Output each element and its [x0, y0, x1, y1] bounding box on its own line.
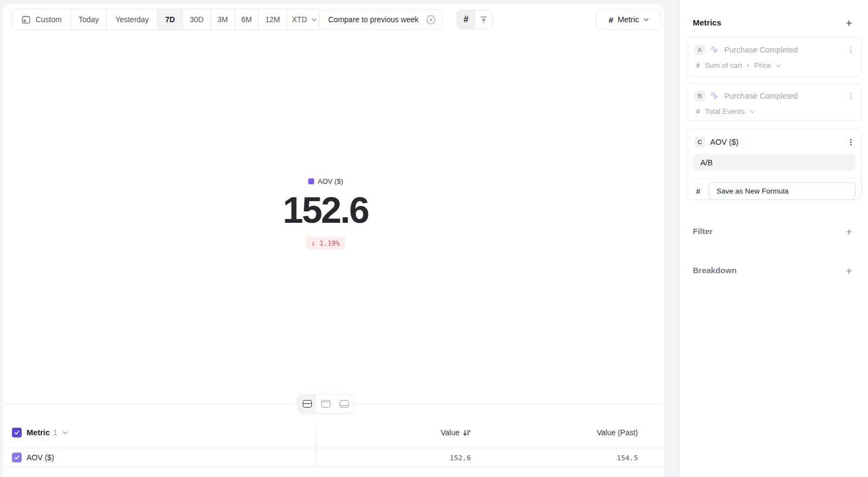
split-view-icon [303, 400, 312, 408]
aggregation-property: Price [754, 61, 771, 69]
goal-marker-button[interactable] [475, 10, 492, 29]
aggregation-label: Sum of cart [705, 61, 742, 69]
table-row[interactable]: AOV ($) 152.6 154.5 [3, 448, 664, 467]
goal-flag-icon [479, 15, 488, 24]
metric-badge: A [694, 44, 705, 55]
compare-chip-label: Compare to previous week [328, 15, 419, 24]
date-range-label: Yesterday [116, 15, 149, 24]
column-header-value-past[interactable]: Value (Past) [597, 417, 638, 448]
metric-badge: C [694, 137, 705, 147]
metric-event-name: Purchase Completed [724, 92, 842, 100]
report-canvas: Custom Today Yesterday 7D 30D 3M 6M 12M … [3, 4, 664, 477]
chevron-down-icon [644, 16, 648, 21]
hash-icon: # [464, 15, 469, 24]
panel-layout-toggle [297, 394, 354, 414]
date-range-12m[interactable]: 12M [259, 9, 287, 30]
row-checkbox[interactable] [12, 453, 22, 462]
number-format-button[interactable]: # [457, 10, 475, 29]
date-range-label: Today [79, 15, 99, 24]
date-range-label: 30D [190, 15, 204, 24]
layout-split-button[interactable] [298, 395, 316, 413]
table-header: Metric 1 Value Value (Past) [3, 417, 664, 448]
date-range-group: Custom Today Yesterday 7D 30D 3M 6M 12M … [12, 9, 321, 30]
chevron-down-icon [776, 62, 781, 67]
hash-icon: # [696, 61, 700, 69]
table-metric-header: Metric [27, 428, 50, 437]
table-metric-count: 1 [53, 428, 58, 437]
metric-card-b[interactable]: B Purchase Completed # Total Events [686, 83, 862, 121]
save-as-new-formula-button[interactable]: Save as New Formula [709, 182, 856, 200]
select-all-checkbox[interactable] [12, 428, 22, 437]
date-range-3m[interactable]: 3M [211, 9, 235, 30]
query-builder-sidebar: Metrics + A Purchase Completed # Sum of … [679, 0, 868, 477]
card-divider [687, 178, 861, 178]
check-icon [14, 429, 20, 436]
date-range-label: Custom [35, 15, 61, 24]
add-breakdown-button[interactable]: + [843, 265, 855, 276]
layout-chart-only-button[interactable] [316, 395, 335, 413]
remove-compare-icon[interactable] [426, 15, 436, 25]
date-range-label: 12M [265, 15, 280, 24]
row-value: 152.6 [450, 454, 471, 462]
chevron-down-icon [312, 16, 316, 21]
metric-options-kebab-icon[interactable] [847, 138, 855, 146]
legend-label: AOV ($) [318, 177, 343, 185]
compare-chip[interactable]: Compare to previous week [319, 9, 443, 30]
date-range-6m[interactable]: 6M [235, 9, 259, 30]
delta-badge: ↓ 1.19% [306, 237, 346, 249]
metric-options-kebab-icon[interactable] [847, 46, 855, 54]
metric-dropdown-button[interactable]: # Metric [596, 9, 661, 30]
metric-event-name: Purchase Completed [724, 46, 842, 54]
date-range-today[interactable]: Today [71, 9, 107, 30]
hash-icon: # [696, 187, 700, 196]
column-header-value[interactable]: Value [441, 417, 471, 448]
metrics-section-title: Metrics [693, 18, 722, 27]
metric-options-kebab-icon[interactable] [847, 92, 855, 100]
sort-descending-icon [463, 429, 471, 437]
metric-dropdown-label: Metric [617, 15, 639, 24]
row-value-past: 154.5 [617, 454, 638, 462]
metric-card-c[interactable]: C AOV ($) A/B # Save as New Formula [686, 129, 862, 200]
formula-metric-name: AOV ($) [710, 138, 842, 146]
formula-input[interactable]: A/B [693, 154, 856, 171]
date-range-yesterday[interactable]: Yesterday [107, 9, 158, 30]
hash-icon: # [609, 15, 613, 24]
chart-legend: AOV ($) [3, 177, 648, 185]
metric-big-number: 152.6 [3, 189, 648, 231]
value-display-toggle: # [457, 10, 493, 29]
date-range-custom[interactable]: Custom [12, 9, 71, 30]
legend-swatch [308, 178, 314, 184]
calendar-icon [21, 15, 31, 24]
hash-icon: # [696, 107, 700, 115]
metric-card-a[interactable]: A Purchase Completed # Sum of cart Price [686, 37, 862, 77]
breakdown-section-title: Breakdown [693, 266, 737, 275]
date-range-label: 7D [165, 15, 175, 24]
date-range-label: 3M [218, 15, 228, 24]
date-range-7d[interactable]: 7D [158, 9, 183, 30]
date-range-30d[interactable]: 30D [183, 9, 211, 30]
event-sparkle-icon [710, 46, 719, 55]
date-range-xtd[interactable]: XTD [287, 9, 321, 30]
property-separator-icon [747, 64, 749, 67]
date-range-label: 6M [241, 15, 252, 24]
metric-badge: B [694, 91, 705, 101]
event-sparkle-icon [710, 92, 719, 101]
chevron-down-icon [750, 108, 755, 113]
layout-table-only-button[interactable] [335, 395, 353, 413]
bottom-pane-icon [340, 400, 349, 408]
row-metric-name: AOV ($) [27, 453, 54, 462]
metric-aggregation[interactable]: # Sum of cart Price [687, 55, 861, 69]
date-range-label: XTD [292, 15, 307, 24]
chevron-down-icon[interactable] [62, 429, 67, 434]
add-filter-button[interactable]: + [843, 225, 855, 237]
aggregation-label: Total Events [705, 107, 745, 115]
add-metric-button[interactable]: + [843, 17, 855, 29]
filter-section-title: Filter [693, 227, 713, 236]
top-pane-icon [321, 400, 330, 408]
metric-aggregation[interactable]: # Total Events [687, 101, 861, 115]
check-icon [14, 454, 20, 461]
